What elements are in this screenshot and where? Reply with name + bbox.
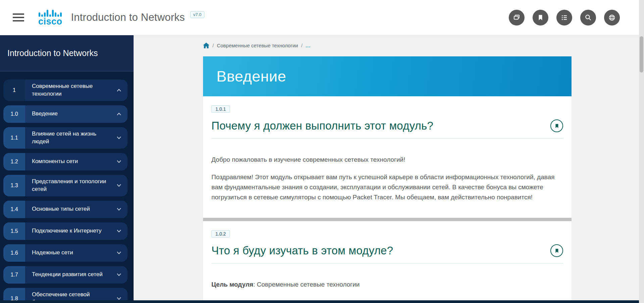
sidebar-item-1.0[interactable]: 1.0Введение	[3, 105, 128, 123]
page-title: Introduction to Networks	[71, 11, 185, 23]
sidebar: Introduction to Networks 1Современные се…	[0, 35, 134, 303]
module-goal: Цель модуля: Современные сетевые техноло…	[211, 281, 563, 288]
bottom-bar	[0, 300, 644, 303]
item-number: 1.4	[3, 201, 25, 218]
item-number: 1.6	[3, 244, 25, 262]
item-label: Современные сетевые технологии	[32, 83, 116, 98]
cisco-bars-icon	[39, 9, 62, 17]
chevron-down-icon	[116, 228, 122, 234]
item-label: Компоненты сети	[32, 158, 116, 165]
item-body: Современные сетевые технологии	[25, 80, 128, 101]
bookmark-button[interactable]	[550, 119, 563, 132]
scrollbar-track[interactable]	[639, 0, 644, 303]
paragraph: Добро пожаловать в изучение современных …	[211, 155, 557, 165]
module-goal-label: Цель модуля	[211, 281, 253, 288]
sidebar-item-1.3[interactable]: 1.3Представления и топологии сетей	[3, 175, 128, 196]
content-card: Введение 1.0.1Почему я должен выполнить …	[203, 56, 572, 303]
sidebar-item-1.1[interactable]: 1.1Влияние сетей на жизнь людей	[3, 127, 128, 149]
breadcrumb-section[interactable]: Современные сетевые технологии	[217, 43, 298, 48]
home-icon[interactable]	[203, 43, 209, 48]
chevron-down-icon	[116, 271, 122, 278]
chevron-down-icon	[116, 182, 122, 189]
section-divider	[203, 218, 572, 221]
sidebar-nav: 1Современные сетевые технологии1.0Введен…	[0, 71, 134, 303]
breadcrumb-separator: /	[301, 43, 302, 48]
section-badge: 1.0.1	[211, 105, 230, 113]
sidebar-item-1.5[interactable]: 1.5Подключение к Интернету	[3, 222, 128, 240]
item-number: 1.0	[3, 105, 25, 123]
chevron-down-icon	[116, 135, 122, 141]
content-section-1.0.1: 1.0.1Почему я должен выполнить этот моду…	[203, 96, 572, 218]
section-header: Что я буду изучать в этом модуле?	[211, 244, 563, 257]
section-header: Почему я должен выполнить этот модуль?	[211, 119, 563, 132]
item-number: 1.3	[3, 175, 25, 196]
item-body: Введение	[25, 105, 128, 123]
content-section-1.0.2: 1.0.2Что я буду изучать в этом модуле?Це…	[203, 221, 572, 303]
item-label: Представления и топологии сетей	[32, 178, 116, 193]
cisco-wordmark: cisco	[38, 17, 62, 26]
sidebar-item-1[interactable]: 1Современные сетевые технологии	[3, 80, 128, 101]
paragraph: Поздравляем! Этот модуль открывает вам п…	[211, 172, 557, 202]
sidebar-item-1.4[interactable]: 1.4Основные типы сетей	[3, 201, 128, 218]
sections-container: 1.0.1Почему я должен выполнить этот моду…	[203, 96, 572, 303]
module-goal-text: : Современные сетевые технологии	[253, 281, 360, 288]
banner-title: Введение	[203, 68, 286, 85]
app-header: cisco Introduction to Networks v7.0	[0, 0, 644, 35]
sidebar-item-1.7[interactable]: 1.7Тенденции развития сетей	[3, 266, 128, 284]
list-icon[interactable]	[556, 10, 572, 26]
item-body: Компоненты сети	[25, 153, 128, 170]
item-body: Представления и топологии сетей	[25, 175, 128, 196]
section-title: Почему я должен выполнить этот модуль?	[211, 119, 433, 132]
item-body: Подключение к Интернету	[25, 222, 128, 240]
section-badge: 1.0.2	[211, 230, 230, 238]
sidebar-item-1.6[interactable]: 1.6Надежные сети	[3, 244, 128, 262]
breadcrumb: / Современные сетевые технологии / ...	[203, 43, 644, 48]
version-badge: v7.0	[190, 11, 205, 18]
chevron-down-icon	[116, 250, 122, 256]
item-body: Основные типы сетей	[25, 201, 128, 218]
chevron-down-icon	[116, 206, 122, 212]
cisco-logo[interactable]: cisco	[38, 9, 62, 26]
item-label: Основные типы сетей	[32, 205, 116, 213]
chevron-down-icon	[116, 158, 122, 165]
item-label: Введение	[32, 110, 116, 118]
item-number: 1	[3, 80, 25, 101]
bookmark-icon[interactable]	[533, 10, 548, 26]
section-rule	[211, 138, 563, 139]
main-content: / Современные сетевые технологии / ... В…	[134, 35, 644, 303]
bookmark-button[interactable]	[550, 244, 563, 257]
item-label: Тенденции развития сетей	[32, 271, 116, 279]
breadcrumb-separator: /	[212, 43, 214, 48]
module-banner: Введение	[203, 56, 572, 96]
sidebar-item-1.2[interactable]: 1.2Компоненты сети	[3, 153, 128, 170]
section-rule	[211, 263, 563, 263]
sidebar-course-title: Introduction to Networks	[0, 35, 134, 71]
menu-button[interactable]	[13, 13, 24, 21]
item-body: Надежные сети	[25, 244, 128, 262]
chevron-up-icon	[116, 87, 122, 93]
chevron-up-icon	[116, 111, 122, 117]
windows-icon[interactable]	[509, 10, 525, 26]
globe-icon[interactable]	[604, 10, 620, 26]
item-number: 1.2	[3, 153, 25, 170]
item-number: 1.1	[3, 127, 25, 149]
item-number: 1.7	[3, 266, 25, 284]
section-title: Что я буду изучать в этом модуле?	[211, 244, 393, 257]
scrollbar-thumb[interactable]	[640, 36, 643, 72]
breadcrumb-ellipsis[interactable]: ...	[305, 43, 311, 48]
search-icon[interactable]	[580, 10, 596, 26]
item-body: Тенденции развития сетей	[25, 266, 128, 284]
item-label: Надежные сети	[32, 249, 116, 257]
header-toolbar	[509, 10, 620, 26]
item-label: Влияние сетей на жизнь людей	[32, 130, 116, 146]
item-label: Подключение к Интернету	[32, 227, 116, 235]
item-body: Влияние сетей на жизнь людей	[25, 127, 128, 149]
item-number: 1.5	[3, 222, 25, 240]
